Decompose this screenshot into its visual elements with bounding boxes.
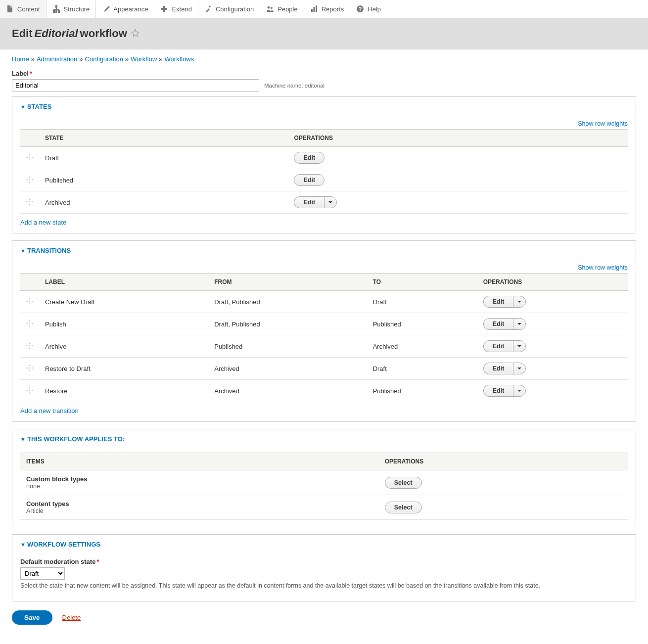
drag-handle-icon[interactable] xyxy=(20,335,39,358)
table-row: Restore to DraftArchivedDraftEdit xyxy=(20,358,628,380)
title-bar: Edit Editorial workflow xyxy=(0,18,648,49)
select-button[interactable]: Select xyxy=(385,502,422,513)
applies-summary[interactable]: This workflow applies to: xyxy=(12,429,636,449)
people-icon xyxy=(266,5,274,13)
breadcrumb-link[interactable]: Configuration xyxy=(85,55,123,63)
breadcrumb-link[interactable]: Workflow xyxy=(131,55,157,63)
dropdown-toggle[interactable] xyxy=(513,296,526,308)
table-row: Custom block typesnoneSelect xyxy=(20,470,628,495)
table-row: PublishDraft, PublishedPublishedEdit xyxy=(20,313,628,335)
machine-name: Machine name: editorial xyxy=(264,83,324,89)
breadcrumb-link[interactable]: Workflows xyxy=(165,55,194,63)
dropdown-toggle[interactable] xyxy=(324,196,337,208)
item-title: Content types xyxy=(26,500,373,507)
table-row: Create New DraftDraft, PublishedDraftEdi… xyxy=(20,291,628,313)
transition-from: Draft, Published xyxy=(208,291,367,313)
edit-button[interactable]: Edit xyxy=(483,340,513,352)
transition-label: Restore xyxy=(39,380,208,402)
transition-to: Draft xyxy=(367,291,477,313)
default-state-label: Default moderation state* xyxy=(20,558,99,565)
edit-button[interactable]: Edit xyxy=(483,318,513,330)
admin-toolbar: ContentStructureAppearanceExtendConfigur… xyxy=(0,0,648,18)
trans-th-ops: OPERATIONS xyxy=(477,274,628,291)
table-row: ArchivedEdit xyxy=(20,191,628,214)
edit-button[interactable]: Edit xyxy=(483,363,513,374)
transitions-row-weights-link[interactable]: Show row weights xyxy=(578,264,628,271)
drag-handle-icon[interactable] xyxy=(20,291,39,313)
toolbar-structure[interactable]: Structure xyxy=(46,0,96,18)
drag-handle-icon[interactable] xyxy=(20,169,39,191)
transition-from: Archived xyxy=(208,380,367,402)
toolbar-content[interactable]: Content xyxy=(0,0,46,18)
settings-section: Workflow Settings Default moderation sta… xyxy=(12,534,636,601)
label-field-label: Label* xyxy=(12,70,32,77)
select-button[interactable]: Select xyxy=(385,477,422,489)
favorite-star-icon[interactable] xyxy=(131,27,139,40)
title-prefix: Edit xyxy=(12,27,33,40)
add-state-link[interactable]: Add a new state xyxy=(20,219,66,226)
breadcrumb: Home»Administration»Configuration»Workfl… xyxy=(12,55,636,63)
transition-to: Draft xyxy=(367,358,477,380)
toolbar-extend[interactable]: Extend xyxy=(154,0,198,18)
delete-link[interactable]: Delete xyxy=(62,614,81,621)
svg-rect-3 xyxy=(313,7,315,12)
toolbar-label: Appearance xyxy=(113,5,148,13)
settings-summary[interactable]: Workflow Settings xyxy=(12,535,636,554)
transition-from: Published xyxy=(208,335,367,358)
state-name: Published xyxy=(39,169,288,191)
label-input[interactable] xyxy=(12,79,259,92)
toolbar-configuration[interactable]: Configuration xyxy=(198,0,260,18)
edit-button[interactable]: Edit xyxy=(294,196,324,208)
transition-label: Create New Draft xyxy=(39,291,208,313)
toolbar-reports[interactable]: Reports xyxy=(304,0,351,18)
page-title: Edit Editorial workflow xyxy=(12,27,139,40)
content-icon xyxy=(6,5,14,13)
edit-button[interactable]: Edit xyxy=(483,385,513,397)
help-icon: ? xyxy=(356,5,364,13)
toolbar-help[interactable]: ?Help xyxy=(350,0,387,18)
table-row: ArchivePublishedArchivedEdit xyxy=(20,335,628,358)
breadcrumb-link[interactable]: Administration xyxy=(37,55,77,63)
state-name: Draft xyxy=(39,147,288,169)
dropdown-toggle[interactable] xyxy=(513,385,526,397)
transitions-summary[interactable]: Transitions xyxy=(12,241,636,260)
add-transition-link[interactable]: Add a new transition xyxy=(20,407,79,414)
dropdown-toggle[interactable] xyxy=(513,363,526,374)
applies-th-items: ITEMS xyxy=(20,453,379,470)
drag-handle-icon[interactable] xyxy=(20,147,39,169)
drag-handle-icon[interactable] xyxy=(20,380,39,402)
states-row-weights-link[interactable]: Show row weights xyxy=(578,120,628,127)
toolbar-appearance[interactable]: Appearance xyxy=(96,0,154,18)
trans-th-to: TO xyxy=(367,274,477,291)
item-title: Custom block types xyxy=(26,475,373,483)
dropdown-toggle[interactable] xyxy=(513,340,526,352)
table-row: DraftEdit xyxy=(20,147,628,169)
dropdown-toggle[interactable] xyxy=(513,318,526,330)
toolbar-people[interactable]: People xyxy=(260,0,304,18)
default-state-select[interactable]: Draft xyxy=(20,567,65,580)
toolbar-label: Configuration xyxy=(216,5,254,13)
toolbar-label: Structure xyxy=(64,5,90,13)
table-row: PublishedEdit xyxy=(20,169,628,191)
breadcrumb-link[interactable]: Home xyxy=(12,55,29,63)
applies-table: ITEMS OPERATIONS Custom block typesnoneS… xyxy=(20,453,628,520)
states-summary[interactable]: States xyxy=(12,97,636,116)
svg-point-0 xyxy=(268,6,270,9)
drag-handle-icon[interactable] xyxy=(20,313,39,335)
toolbar-label: People xyxy=(278,5,297,13)
title-em: Editorial xyxy=(35,27,78,40)
toolbar-label: Extend xyxy=(172,5,191,13)
drag-handle-icon[interactable] xyxy=(20,191,39,214)
extend-icon xyxy=(160,5,168,13)
state-name: Archived xyxy=(39,191,288,214)
trans-th-from: FROM xyxy=(208,274,367,291)
edit-button[interactable]: Edit xyxy=(294,174,324,186)
save-button[interactable]: Save xyxy=(12,610,52,625)
states-th-state: STATE xyxy=(39,130,288,147)
drag-handle-icon[interactable] xyxy=(20,358,39,380)
transition-to: Published xyxy=(367,380,477,402)
edit-button[interactable]: Edit xyxy=(294,152,324,164)
edit-button[interactable]: Edit xyxy=(483,296,513,308)
transitions-table: LABEL FROM TO OPERATIONS Create New Draf… xyxy=(20,273,628,402)
reports-icon xyxy=(310,5,318,13)
